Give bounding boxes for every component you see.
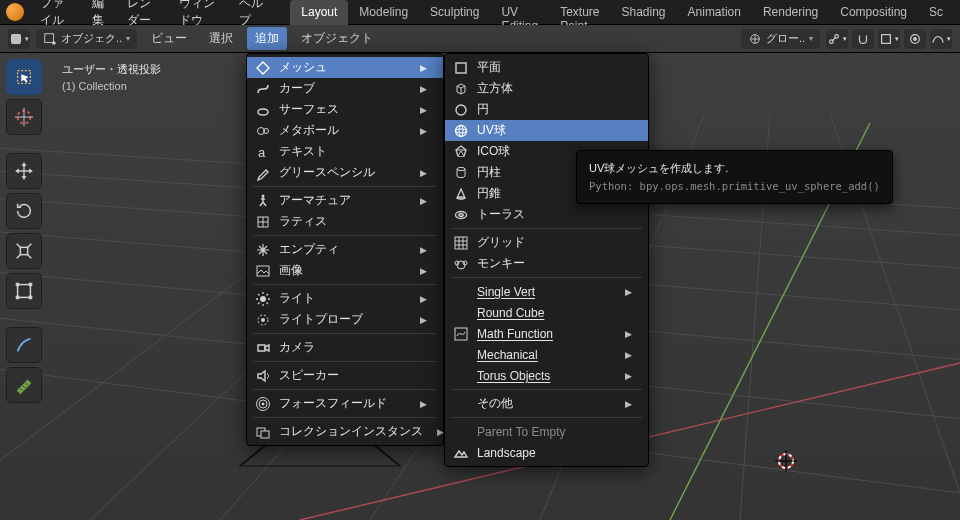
- editor-type-button[interactable]: ▾: [8, 29, 30, 49]
- svg-point-68: [456, 105, 466, 115]
- add-menu-item-1[interactable]: カーブ▶: [247, 78, 443, 99]
- blank-icon: [453, 396, 469, 412]
- add-menu-item-13[interactable]: ライト▶: [247, 288, 443, 309]
- orientation-select[interactable]: グロー.. ▾: [741, 29, 820, 49]
- mesh-menu-item-9[interactable]: グリッド: [445, 232, 648, 253]
- header-add[interactable]: 追加: [247, 27, 287, 50]
- blank-icon: [453, 347, 469, 363]
- mesh-menu-item-2[interactable]: 円: [445, 99, 648, 120]
- add-menu-item-2[interactable]: サーフェス▶: [247, 99, 443, 120]
- mesh-menu-item-10[interactable]: モンキー: [445, 253, 648, 274]
- tool-select-box[interactable]: [6, 59, 42, 95]
- mesh-menu-label: 円: [477, 101, 632, 118]
- mesh-menu-label: UV球: [477, 122, 632, 139]
- mesh-menu-item-1[interactable]: 立方体: [445, 78, 648, 99]
- mesh-menu-item-3[interactable]: UV球: [445, 120, 648, 141]
- submenu-arrow-icon: ▶: [420, 196, 427, 206]
- plane-icon: [453, 60, 469, 76]
- grid-icon: [453, 235, 469, 251]
- tab-compositing[interactable]: Compositing: [829, 0, 918, 25]
- mode-select[interactable]: オブジェク.. ▾: [36, 29, 137, 49]
- add-menu-item-7[interactable]: アーマチュア▶: [247, 190, 443, 211]
- tool-scale[interactable]: [6, 233, 42, 269]
- add-menu-item-0[interactable]: メッシュ▶: [247, 57, 443, 78]
- add-menu-item-14[interactable]: ライトプローブ▶: [247, 309, 443, 330]
- tab-rendering[interactable]: Rendering: [752, 0, 829, 25]
- submenu-arrow-icon: ▶: [420, 126, 427, 136]
- tool-measure[interactable]: [6, 367, 42, 403]
- header-view[interactable]: ビュー: [143, 27, 195, 50]
- header-object[interactable]: オブジェクト: [293, 27, 381, 50]
- empty-icon: [255, 242, 271, 258]
- blank-icon: [453, 305, 469, 321]
- submenu-arrow-icon: ▶: [625, 329, 632, 339]
- svg-point-72: [457, 167, 465, 170]
- mesh-menu-item-0[interactable]: 平面: [445, 57, 648, 78]
- mesh-menu-label: Landscape: [477, 446, 632, 460]
- cyl-icon: [453, 165, 469, 181]
- tab-shading[interactable]: Shading: [610, 0, 676, 25]
- add-menu-item-11[interactable]: 画像▶: [247, 260, 443, 281]
- mesh-menu-item-13[interactable]: Round Cube: [445, 302, 648, 323]
- tool-transform[interactable]: [6, 273, 42, 309]
- mesh-menu-item-7[interactable]: トーラス: [445, 204, 648, 225]
- mesh-menu-label: Round Cube: [477, 306, 632, 320]
- tab-uv-editing[interactable]: UV Editing: [490, 0, 549, 25]
- add-menu-item-10[interactable]: エンプティ▶: [247, 239, 443, 260]
- mesh-menu-item-15[interactable]: Mechanical▶: [445, 344, 648, 365]
- tab-animation[interactable]: Animation: [677, 0, 752, 25]
- submenu-arrow-icon: ▶: [625, 399, 632, 409]
- add-menu-item-18[interactable]: スピーカー: [247, 365, 443, 386]
- svg-rect-6: [882, 34, 891, 43]
- collection-icon: [255, 424, 271, 440]
- add-menu-item-8[interactable]: ラティス: [247, 211, 443, 232]
- header-select[interactable]: 選択: [201, 27, 241, 50]
- add-menu-item-16[interactable]: カメラ: [247, 337, 443, 358]
- add-menu-label: エンプティ: [279, 241, 406, 258]
- add-menu-item-4[interactable]: aテキスト: [247, 141, 443, 162]
- blank-icon: [453, 284, 469, 300]
- snap-button[interactable]: [852, 29, 874, 49]
- tab-more[interactable]: Sc: [918, 0, 954, 25]
- svg-point-70: [456, 129, 467, 133]
- svg-point-69: [456, 125, 467, 136]
- tab-modeling[interactable]: Modeling: [348, 0, 419, 25]
- add-menu-item-20[interactable]: フォースフィールド▶: [247, 393, 443, 414]
- submenu-arrow-icon: ▶: [420, 266, 427, 276]
- mesh-menu-label: 平面: [477, 59, 632, 76]
- blank-icon: [453, 368, 469, 384]
- add-menu-label: アーマチュア: [279, 192, 406, 209]
- submenu-arrow-icon: ▶: [625, 287, 632, 297]
- submenu-arrow-icon: ▶: [420, 315, 427, 325]
- submenu-arrow-icon: ▶: [420, 294, 427, 304]
- tab-layout[interactable]: Layout: [290, 0, 348, 25]
- add-menu-label: ライト: [279, 290, 406, 307]
- mesh-menu-item-12[interactable]: Single Vert▶: [445, 281, 648, 302]
- mesh-menu-item-18[interactable]: その他▶: [445, 393, 648, 414]
- tool-move[interactable]: [6, 153, 42, 189]
- mesh-menu-item-14[interactable]: Math Function▶: [445, 323, 648, 344]
- top-menu-bar: ファイル 編集 レンダー ウィンドウ ヘルプ Layout Modeling S…: [0, 0, 960, 25]
- mesh-menu-label: Single Vert: [477, 285, 611, 299]
- mesh-menu-item-21[interactable]: Landscape: [445, 442, 648, 463]
- add-menu-label: カメラ: [279, 339, 427, 356]
- snap-options[interactable]: ▾: [878, 29, 900, 49]
- add-menu-item-3[interactable]: メタボール▶: [247, 120, 443, 141]
- svg-line-59: [258, 302, 260, 304]
- svg-point-51: [260, 296, 266, 302]
- tab-sculpting[interactable]: Sculpting: [419, 0, 490, 25]
- submenu-arrow-icon: ▶: [625, 350, 632, 360]
- tool-annotate[interactable]: [6, 327, 42, 363]
- mesh-menu-item-16[interactable]: Torus Objects▶: [445, 365, 648, 386]
- add-menu-item-5[interactable]: グリースペンシル▶: [247, 162, 443, 183]
- pivot-button[interactable]: ▾: [826, 29, 848, 49]
- tab-texture-paint[interactable]: Texture Paint: [549, 0, 610, 25]
- tool-cursor[interactable]: [6, 99, 42, 135]
- proportional-edit[interactable]: [904, 29, 926, 49]
- add-menu-item-22[interactable]: コレクションインスタンス▶: [247, 421, 443, 442]
- mesh-menu-item-20[interactable]: Parent To Empty: [445, 421, 648, 442]
- tool-rotate[interactable]: [6, 193, 42, 229]
- proportional-falloff[interactable]: ▾: [930, 29, 952, 49]
- mesh-menu-label: グリッド: [477, 234, 632, 251]
- svg-point-40: [16, 296, 19, 299]
